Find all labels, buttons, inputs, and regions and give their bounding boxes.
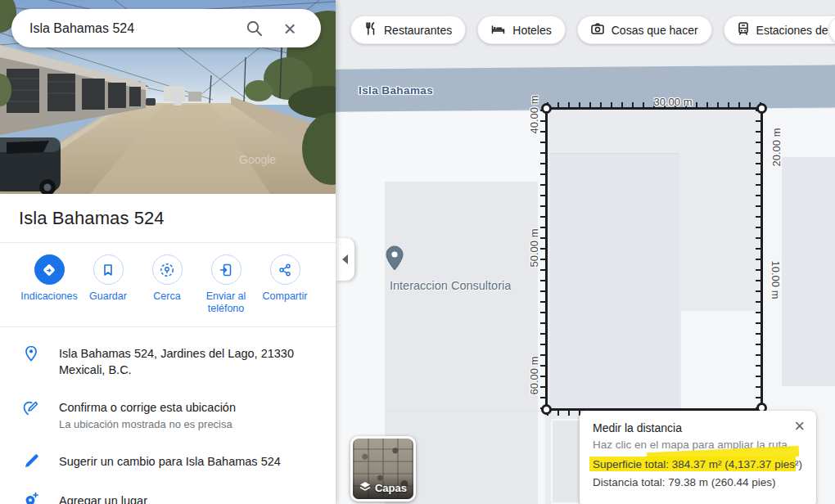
share-button[interactable]: Compartir — [255, 254, 314, 326]
total-distance-text: Distancia total: 79.38 m (260.44 pies) — [593, 474, 803, 492]
confirm-location-row[interactable]: Confirma o corrige esta ubicación La ubi… — [0, 388, 336, 442]
map-parcel — [681, 311, 761, 409]
action-bar: Indicaciones Guardar Cerca Enviar al tel… — [0, 243, 336, 327]
measure-distance-card: × Medir la distancia Haz clic en el mapa… — [580, 411, 816, 504]
nearby-button[interactable]: Cerca — [138, 254, 196, 326]
hotel-bed-icon — [491, 23, 505, 38]
place-details: Isla Bahamas 524, Jardines del Lago, 213… — [0, 327, 336, 504]
category-chip-bar: Restaurantes Hoteles Cosas que hacer Est… — [350, 16, 835, 44]
street-name-label: Isla Bahamas — [359, 84, 433, 97]
measure-label-left-upper: 40.00 m — [528, 96, 540, 134]
suggest-edit-text: Sugerir un cambio para Isla Bahamas 524 — [59, 452, 281, 470]
camera-icon — [591, 23, 604, 37]
search-input[interactable] — [29, 21, 236, 36]
measure-card-title: Medir la distancia — [593, 420, 803, 437]
close-measure-icon[interactable]: × — [791, 414, 808, 439]
address-text: Isla Bahamas 524, Jardines del Lago, 213… — [59, 344, 313, 378]
total-area-text: Superficie total: 384.37 m² (4,137.37 pi… — [593, 456, 803, 474]
share-icon — [270, 254, 300, 285]
measure-edge-right[interactable] — [761, 107, 763, 411]
confirm-location-text: Confirma o corrige esta ubicación — [59, 398, 236, 416]
layers-icon — [359, 481, 371, 495]
search-bar: × — [11, 9, 321, 47]
street-view-photo[interactable]: Google × — [0, 0, 336, 194]
search-icon[interactable] — [236, 12, 272, 45]
add-place-text: Agregar un lugar — [59, 491, 147, 504]
restaurant-icon — [364, 22, 377, 38]
map-canvas[interactable]: Isla Bahamas 30.00 m 40.00 m 50.00 m 60.… — [336, 0, 835, 504]
page-title: Isla Bahamas 524 — [19, 208, 165, 229]
add-place-row[interactable]: Agregar un lugar — [0, 481, 336, 504]
location-pin-icon — [21, 344, 41, 363]
nearby-icon — [152, 254, 183, 285]
send-to-phone-icon — [211, 254, 241, 285]
close-icon[interactable]: × — [272, 12, 308, 45]
measure-label-top: 30.00 m — [654, 96, 693, 108]
bookmark-icon — [93, 254, 124, 285]
google-maps-window: Google × Isla Bahamas 524 Indicaciones — [0, 0, 835, 504]
confirm-location-subtext: La ubicación mostrada no es precisa — [59, 417, 236, 432]
measure-label-right-lower: 10.00 m — [770, 261, 782, 299]
measure-label-left-middle: 50.00 m — [528, 229, 540, 268]
directions-button[interactable]: Indicaciones — [20, 254, 79, 326]
chip-things-to-do[interactable]: Cosas que hacer — [577, 16, 712, 44]
collapse-panel-button[interactable] — [336, 238, 354, 281]
measure-edge-left[interactable] — [545, 107, 548, 411]
chip-transit-stations[interactable]: Estaciones de transp... — [724, 16, 835, 44]
measure-label-left-lower: 60.00 m — [528, 357, 540, 395]
layers-button[interactable]: Capas — [350, 436, 416, 502]
add-place-icon — [21, 491, 41, 504]
layers-label: Capas — [375, 482, 407, 494]
google-watermark: Google — [239, 153, 276, 166]
poi-label[interactable]: Interaccion Consultoria — [390, 279, 511, 292]
building-footprint — [550, 153, 679, 409]
measure-vertex-handle[interactable] — [541, 404, 552, 415]
address-row[interactable]: Isla Bahamas 524, Jardines del Lago, 213… — [0, 332, 336, 388]
directions-icon — [34, 254, 65, 285]
chip-restaurants[interactable]: Restaurantes — [350, 16, 466, 44]
place-panel: Google × Isla Bahamas 524 Indicaciones — [0, 0, 336, 504]
poi-pin-icon[interactable] — [385, 245, 404, 275]
transit-icon — [738, 22, 749, 38]
edit-pin-icon — [21, 398, 41, 417]
building-footprint — [782, 157, 835, 386]
pencil-icon — [21, 452, 41, 471]
parcel-boundary — [385, 411, 545, 412]
measure-vertex-handle[interactable] — [756, 103, 767, 114]
measure-label-right-upper: 20.00 m — [770, 128, 783, 167]
measure-vertex-handle[interactable] — [541, 103, 552, 114]
save-button[interactable]: Guardar — [79, 254, 138, 326]
send-to-phone-button[interactable]: Enviar al teléfono — [196, 254, 255, 326]
parked-car — [0, 137, 61, 194]
suggest-edit-row[interactable]: Sugerir un cambio para Isla Bahamas 524 — [0, 442, 336, 481]
chip-hotels[interactable]: Hoteles — [477, 16, 565, 44]
place-header: Isla Bahamas 524 — [0, 194, 336, 243]
chevron-left-icon — [342, 254, 348, 264]
